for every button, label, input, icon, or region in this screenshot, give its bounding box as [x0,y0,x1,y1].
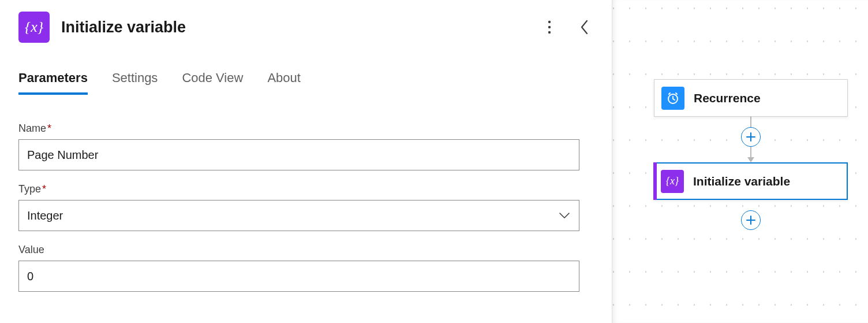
action-title: Initialize variable [693,175,790,188]
variable-icon: {x} [18,12,50,43]
panel-title: Initialize variable [61,18,186,36]
plus-icon [746,132,756,142]
name-input[interactable] [18,139,579,170]
required-indicator: * [42,183,46,195]
flow-container: Recurrence {x} Initialize variable [654,79,848,230]
tabs: Parameters Settings Code View About [18,70,593,95]
tab-settings[interactable]: Settings [112,70,158,95]
more-options-button[interactable] [540,18,559,36]
variable-icon: {x} [661,170,684,193]
field-type: Type* Integer [18,183,593,231]
value-label: Value [18,244,593,256]
trigger-title: Recurrence [694,91,761,105]
type-select[interactable]: Integer [18,200,579,231]
action-config-panel: {x} Initialize variable Parameters Setti… [0,0,612,323]
name-label: Name* [18,122,593,135]
header-actions [540,18,593,36]
clock-icon [661,87,684,110]
collapse-button[interactable] [575,18,593,36]
chevron-left-icon [580,20,588,35]
svg-point-1 [548,26,551,28]
tab-about[interactable]: About [267,70,301,95]
add-step-button[interactable] [741,127,761,147]
panel-header: {x} Initialize variable [18,12,593,43]
field-name: Name* [18,122,593,170]
flow-card-action[interactable]: {x} Initialize variable [654,162,848,200]
flow-card-trigger[interactable]: Recurrence [654,79,848,117]
header-title-group: {x} Initialize variable [18,12,186,43]
field-value: Value [18,244,593,292]
plus-icon [746,215,756,225]
flow-canvas[interactable]: Recurrence {x} Initialize variable [612,0,868,323]
tab-parameters[interactable]: Parameters [18,70,88,95]
connector-line [750,147,751,157]
more-vertical-icon [548,20,551,34]
svg-point-2 [548,31,551,34]
connector-line [750,117,751,127]
value-input[interactable] [18,261,579,292]
type-select-wrapper: Integer [18,200,579,231]
connector-1 [741,117,761,162]
arrow-down-icon [747,157,754,162]
required-indicator: * [47,122,51,134]
svg-point-0 [548,21,551,23]
type-label: Type* [18,183,593,195]
add-step-button[interactable] [741,210,761,230]
tab-codeview[interactable]: Code View [182,70,243,95]
